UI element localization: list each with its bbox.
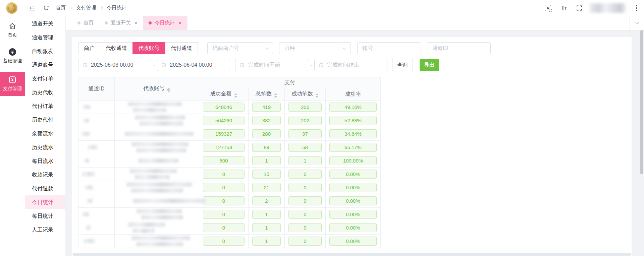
channel-id-cell-redacted [78, 194, 115, 208]
account-cell-redacted [115, 221, 199, 235]
sidebar-menu-item[interactable]: 人工记录 [25, 223, 65, 237]
total-badge: 1 [252, 223, 281, 232]
sort-carets-icon[interactable] [167, 88, 170, 92]
rate-badge: 34.64% [329, 129, 377, 138]
done-start-datetime-field[interactable]: 完成时间开始 [235, 59, 308, 71]
total-count-cell: 21 [249, 181, 285, 194]
total-count-cell: 280 [249, 127, 285, 141]
kebab-menu-icon[interactable] [635, 4, 639, 12]
sort-carets-icon[interactable] [315, 93, 319, 98]
sidebar-menu-item[interactable]: 余额流水 [25, 127, 65, 140]
total-badge: 15 [252, 170, 281, 179]
secondary-sidebar: 通道开关 通道管理 自动派发 通道账号 支付订单 历史代收 代付订单 历史代付 … [25, 16, 66, 256]
sidebar-menu-item[interactable]: 历史代收 [25, 85, 65, 99]
success-count-cell: 58 [285, 141, 326, 154]
sidebar-menu-item[interactable]: 历史代付 [25, 113, 65, 127]
success-rate-cell: 0.00% [326, 208, 381, 221]
col-header-success-count[interactable]: 成功笔数 [285, 88, 326, 101]
vertical-scrollbar[interactable] [640, 30, 643, 174]
page-tab[interactable]: 今日统计 × [143, 16, 187, 30]
col-header-success-amount[interactable]: 成功金额 [199, 88, 249, 101]
stat-type-segment[interactable]: 代收通道 [100, 42, 133, 54]
tab-label: 今日统计 [155, 20, 175, 26]
page-tab[interactable]: 通道开关 × [99, 16, 143, 30]
success-count-cell: 0 [285, 194, 326, 208]
account-input[interactable]: 账号 [357, 42, 421, 54]
account-cell-redacted [115, 235, 199, 248]
amount-badge: 500 [203, 156, 245, 165]
channel-id-input[interactable]: 通道ID [427, 42, 491, 54]
done-end-datetime-field[interactable]: 完成时间结束 [314, 59, 387, 71]
export-button[interactable]: 导出 [420, 59, 439, 71]
font-size-icon[interactable]: TT [561, 5, 567, 11]
col-header-success-rate: 成功率 [326, 88, 381, 101]
success-badge: 206 [288, 103, 322, 112]
success-badge: 0 [288, 223, 322, 232]
username-redacted[interactable] [590, 3, 626, 13]
amount-badge: 0 [203, 237, 245, 246]
rail-item-label: 基础管理 [3, 58, 22, 64]
range-end-datetime-field[interactable]: 2025-06-04 00:00 [157, 59, 230, 71]
success-rate-cell: 52.88% [326, 114, 381, 127]
stat-type-segment[interactable]: 代收账号 [132, 42, 165, 54]
yen-circle-icon: ¥ [9, 48, 16, 56]
breadcrumb-home[interactable]: 首页 [56, 5, 66, 11]
sidebar-menu-item[interactable]: 收款记录 [25, 168, 65, 182]
refresh-icon[interactable] [43, 5, 49, 11]
success-amount-cell: 0 [199, 235, 249, 248]
horizontal-scrollbar[interactable] [72, 253, 631, 256]
translate-icon[interactable]: A [545, 5, 551, 11]
page-tab[interactable]: 首页 [72, 16, 99, 30]
success-badge: 202 [288, 116, 322, 125]
range-start-datetime-field[interactable]: 2025-06-03 00:00 [78, 59, 151, 71]
yen-shield-icon: ¥ [9, 76, 16, 83]
currency-select[interactable]: 币种 [279, 42, 351, 54]
clock-icon [161, 63, 166, 68]
tabs-dropdown-button[interactable] [629, 16, 644, 30]
success-count-cell: 1 [285, 154, 326, 168]
success-amount-cell: 0 [199, 181, 249, 194]
breadcrumb-payment[interactable]: 支付管理 [76, 5, 96, 11]
stats-table-row: 564260 382 202 52.88% [78, 114, 381, 127]
sidebar-menu-item[interactable]: 代付退款 [25, 182, 65, 195]
stat-type-segment[interactable]: 商户 [78, 42, 100, 54]
channel-id-cell-redacted [78, 114, 115, 127]
sidebar-menu-item[interactable]: 历史流水 [25, 140, 65, 154]
amount-badge: 159327 [203, 129, 245, 138]
rail-item-home[interactable]: 首页 [0, 19, 25, 42]
query-button[interactable]: 查询 [392, 59, 413, 71]
sort-carets-icon[interactable] [234, 93, 237, 98]
success-count-cell: 0 [285, 208, 326, 221]
sidebar-menu-item[interactable]: 代付订单 [25, 99, 65, 113]
sidebar-menu-item[interactable]: 支付订单 [25, 72, 65, 85]
sidebar-menu-item[interactable]: 自动派发 [25, 44, 65, 58]
tab-close-icon[interactable]: × [178, 20, 181, 26]
sidebar-menu-item[interactable]: 今日统计 [25, 195, 65, 209]
total-count-cell: 1 [249, 221, 285, 235]
menu-fold-icon[interactable] [29, 5, 35, 11]
rail-item-base-admin[interactable]: ¥ 基础管理 [0, 45, 25, 68]
col-header-total-count[interactable]: 总笔数 [249, 88, 285, 101]
total-count-cell: 89 [249, 141, 285, 154]
sidebar-menu-item[interactable]: 通道开关 [25, 17, 65, 30]
sidebar-menu-item[interactable]: 通道管理 [25, 30, 65, 44]
rail-item-payment-admin[interactable]: ¥ 支付管理 [0, 72, 25, 96]
success-rate-cell: 0.00% [326, 221, 381, 235]
channel-id-cell-redacted [78, 127, 115, 141]
success-count-cell: 0 [285, 168, 326, 181]
today-stats-table: 通道ID 代收账号 支付 成功金额 总笔数 [78, 77, 381, 248]
fullscreen-icon[interactable] [576, 5, 582, 11]
sort-carets-icon[interactable] [274, 93, 277, 98]
stat-type-segment[interactable]: 代付通道 [165, 42, 198, 54]
segment-label: 商户 [84, 45, 95, 51]
stat-type-segmented-control: 商户 代收通道 代收账号 代付通道 [78, 42, 198, 54]
sidebar-menu-item[interactable]: 通道账号 [25, 58, 65, 72]
channel-id-cell-redacted [78, 235, 115, 248]
tab-close-icon[interactable]: × [135, 20, 138, 26]
sidebar-menu-item[interactable]: 每日流水 [25, 154, 65, 168]
total-badge: 89 [252, 143, 281, 152]
merchant-id-select[interactable]: 码商商户号 [207, 42, 273, 54]
success-amount-cell: 159327 [199, 127, 249, 141]
sidebar-menu-item[interactable]: 每日统计 [25, 209, 65, 223]
col-header-account[interactable]: 代收账号 [115, 77, 199, 101]
